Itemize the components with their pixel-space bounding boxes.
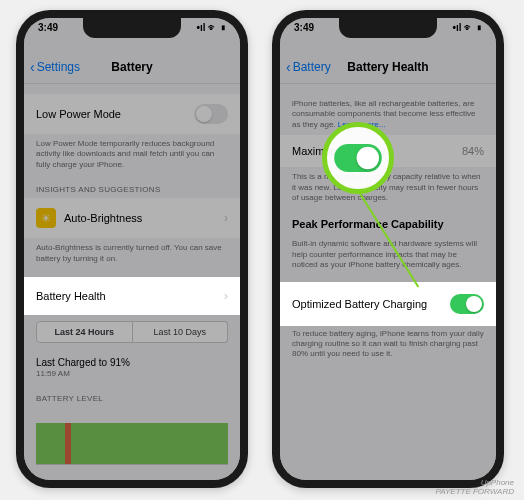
spacer (24, 269, 240, 279)
segmented-control[interactable]: Last 24 Hours Last 10 Days (36, 321, 228, 343)
back-label: Settings (37, 60, 80, 74)
phone-left: 3:49 •ıl ᯤ ▮ ‹Settings Battery Low Power… (16, 10, 248, 488)
obc-note: To reduce battery aging, iPhone learns f… (280, 324, 496, 365)
chevron-right-icon: › (224, 289, 228, 303)
notch (83, 18, 181, 38)
obc-toggle[interactable] (450, 294, 484, 314)
chevron-right-icon: › (224, 211, 228, 225)
status-icons: •ıl ᯤ ▮ (452, 22, 482, 33)
peak-header: Peak Performance Capability (280, 208, 496, 234)
chevron-left-icon: ‹ (30, 59, 35, 75)
battery-chart (36, 411, 228, 465)
optimized-charging-row[interactable]: Optimized Battery Charging (280, 284, 496, 324)
bh-label: Battery Health (36, 290, 106, 302)
insights-header: INSIGHTS AND SUGGESTIONS (24, 175, 240, 198)
activity-hdr: ACTIVITY (24, 469, 240, 480)
max-value: 84% (462, 145, 484, 157)
lpm-toggle[interactable] (194, 104, 228, 124)
back-label: Battery (293, 60, 331, 74)
battery-level-hdr: BATTERY LEVEL (24, 384, 240, 407)
ab-left: ☀ Auto-Brightness (36, 208, 142, 228)
spacer (280, 276, 496, 284)
callout-circle (322, 122, 394, 194)
content: iPhone batteries, like all rechargeable … (280, 84, 496, 375)
screen-right: 3:49 •ıl ᯤ ▮ ‹Battery Battery Health iPh… (280, 18, 496, 480)
ab-note: Auto-Brightness is currently turned off.… (24, 238, 240, 269)
page-title: Battery (111, 60, 152, 74)
callout-toggle (334, 144, 382, 172)
content: Low Power Mode Low Power Mode temporaril… (24, 84, 240, 480)
charged-sub: 11:59 AM (36, 369, 228, 379)
toggle-knob (196, 106, 212, 122)
low-power-mode-row[interactable]: Low Power Mode (24, 94, 240, 134)
intro-note: iPhone batteries, like all rechargeable … (280, 94, 496, 135)
ab-label: Auto-Brightness (64, 212, 142, 224)
watermark: UpPhone PAYETTE FORWARD (435, 478, 514, 496)
wm-b: PAYETTE FORWARD (435, 487, 514, 496)
back-button[interactable]: ‹Settings (30, 59, 80, 75)
toggle-knob (357, 147, 379, 169)
status-time: 3:49 (294, 22, 314, 33)
obc-label: Optimized Battery Charging (292, 298, 427, 310)
last-charged: Last Charged to 91% 11:59 AM (24, 351, 240, 384)
chevron-left-icon: ‹ (286, 59, 291, 75)
wm-a: UpPhone (435, 478, 514, 487)
screen-left: 3:49 •ıl ᯤ ▮ ‹Settings Battery Low Power… (24, 18, 240, 480)
status-icons: •ıl ᯤ ▮ (196, 22, 226, 33)
lpm-note: Low Power Mode temporarily reduces backg… (24, 134, 240, 175)
toggle-knob (466, 296, 482, 312)
brightness-icon: ☀ (36, 208, 56, 228)
notch (339, 18, 437, 38)
seg-24h[interactable]: Last 24 Hours (36, 321, 133, 343)
seg-10d[interactable]: Last 10 Days (133, 321, 229, 343)
charged-title: Last Charged to 91% (36, 356, 228, 369)
page-title: Battery Health (347, 60, 428, 74)
back-button[interactable]: ‹Battery (286, 59, 331, 75)
battery-health-row[interactable]: Battery Health › (24, 279, 240, 313)
lpm-label: Low Power Mode (36, 108, 121, 120)
auto-brightness-row[interactable]: ☀ Auto-Brightness › (24, 198, 240, 238)
phone-right: 3:49 •ıl ᯤ ▮ ‹Battery Battery Health iPh… (272, 10, 504, 488)
status-time: 3:49 (38, 22, 58, 33)
